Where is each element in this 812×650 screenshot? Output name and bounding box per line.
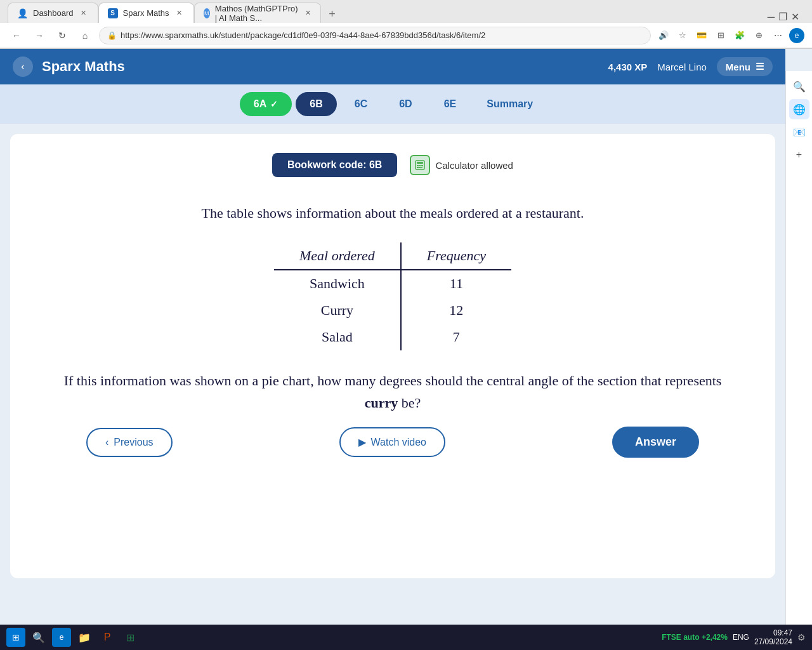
- tab-6d[interactable]: 6D: [385, 92, 426, 116]
- back-button[interactable]: ‹: [13, 56, 33, 77]
- sidebar-add-icon[interactable]: +: [789, 145, 809, 165]
- address-bar: ← → ↻ ⌂ 🔒 https://www.sparxmaths.uk/stud…: [0, 23, 812, 48]
- previous-label: Previous: [114, 437, 153, 448]
- table-cell-meal-0: Sandwich: [274, 270, 401, 297]
- search-taskbar-button[interactable]: 🔍: [29, 628, 48, 647]
- table-row: Curry 12: [274, 297, 511, 324]
- svg-rect-2: [417, 165, 419, 166]
- new-tab-button[interactable]: +: [324, 5, 341, 23]
- favorites-icon[interactable]: ☆: [675, 28, 690, 43]
- question-text-2-part1: If this information was shown on a pie c…: [64, 373, 722, 388]
- table-cell-meal-2: Salad: [274, 324, 401, 350]
- question-text-2-part2: be?: [398, 395, 421, 411]
- tab-summary[interactable]: Summary: [474, 93, 546, 115]
- tab-6b-label: 6B: [310, 98, 322, 109]
- tab-label-sparx: Sparx Maths: [123, 8, 169, 18]
- browser-downloads-icon[interactable]: ⊕: [751, 28, 766, 43]
- answer-button[interactable]: Answer: [612, 427, 699, 458]
- tab-sparx[interactable]: S Sparx Maths ✕: [98, 3, 194, 23]
- table-row: Sandwich 11: [274, 270, 511, 297]
- powerpoint-taskbar-icon[interactable]: P: [98, 628, 117, 647]
- table-row: Salad 7: [274, 324, 511, 350]
- main-content: ‹ Sparx Maths 4,430 XP Marcel Lino Menu …: [0, 49, 785, 578]
- excel-taskbar-icon[interactable]: ⊞: [121, 628, 140, 647]
- sidebar-outlook-icon[interactable]: 📧: [789, 122, 809, 142]
- close-button[interactable]: ✕: [791, 11, 799, 23]
- taskbar-settings-icon[interactable]: ⚙: [797, 632, 806, 642]
- read-aloud-icon[interactable]: 🔊: [656, 28, 671, 43]
- sidebar-search-icon[interactable]: 🔍: [789, 76, 809, 96]
- taskbar-left: ⊞ 🔍 e 📁 P ⊞: [6, 628, 140, 647]
- home-button[interactable]: ⌂: [76, 27, 94, 44]
- stock-ticker: FTSE auto +2,42%: [662, 633, 728, 642]
- calculator-badge: Calculator allowed: [410, 155, 513, 175]
- file-explorer-taskbar-icon[interactable]: 📁: [75, 628, 94, 647]
- menu-button[interactable]: Menu ☰: [717, 57, 773, 76]
- previous-button[interactable]: ‹ Previous: [86, 428, 173, 457]
- watch-video-button[interactable]: ▶ Watch video: [339, 427, 445, 457]
- task-tabs: 6A ✓ 6B 6C 6D 6E Summary: [0, 84, 785, 124]
- xp-badge: 4,430 XP: [608, 62, 648, 72]
- browser-extensions-icon[interactable]: 🧩: [732, 28, 747, 43]
- language-indicator: ENG: [733, 633, 749, 642]
- tab-6a-label: 6A: [254, 98, 266, 110]
- edge-taskbar-icon[interactable]: e: [52, 628, 71, 647]
- minimize-button[interactable]: ─: [768, 11, 775, 23]
- question-text-1: The table shows information about the me…: [48, 202, 737, 223]
- taskbar-time: 09:47 27/09/2024: [754, 628, 792, 646]
- browser-view-icon[interactable]: ⊞: [713, 28, 728, 43]
- sparx-title: Sparx Maths: [42, 58, 125, 75]
- tab-6d-label: 6D: [399, 98, 412, 109]
- question-text-2: If this information was shown on a pie c…: [48, 369, 737, 414]
- browser-more-icon[interactable]: ⋯: [770, 28, 785, 43]
- sidebar-edge-icon[interactable]: 🌐: [789, 99, 809, 119]
- browser-wallet-icon[interactable]: 💳: [694, 28, 709, 43]
- tab-mathos[interactable]: M Mathos (MathGPTPro) | AI Math S... ✕: [194, 3, 321, 23]
- question-container: Bookwork code: 6B Calculator allowed: [10, 134, 775, 578]
- tab-close-sparx[interactable]: ✕: [174, 8, 185, 18]
- bookwork-code: Bookwork code: 6B: [272, 153, 397, 177]
- table-cell-freq-0: 11: [401, 270, 511, 297]
- question-text-2-bold: curry: [365, 395, 398, 411]
- tab-dashboard[interactable]: 👤 Dashboard ✕: [8, 3, 98, 23]
- browser-sidebar: 🔍 🌐 📧 + ⚙: [785, 71, 812, 650]
- tab-summary-label: Summary: [487, 98, 533, 109]
- table-cell-freq-2: 7: [401, 324, 511, 350]
- tab-bar: 👤 Dashboard ✕ S Sparx Maths ✕ M Mathos (…: [0, 0, 812, 23]
- back-nav-button[interactable]: ←: [8, 27, 25, 44]
- table-cell-meal-1: Curry: [274, 297, 401, 324]
- menu-label: Menu: [726, 62, 750, 72]
- url-input[interactable]: 🔒 https://www.sparxmaths.uk/student/pack…: [99, 27, 651, 44]
- stock-change: +2,42%: [702, 633, 728, 642]
- tab-6c[interactable]: 6C: [341, 92, 381, 116]
- reload-button[interactable]: ↻: [53, 27, 71, 44]
- hamburger-icon: ☰: [756, 61, 764, 72]
- tab-favicon-sparx: S: [108, 8, 118, 18]
- url-text: https://www.sparxmaths.uk/student/packag…: [121, 30, 485, 40]
- table-header-meal: Meal ordered: [274, 242, 401, 270]
- tab-label-mathos: Mathos (MathGPTPro) | AI Math S...: [215, 4, 300, 23]
- forward-nav-button[interactable]: →: [30, 27, 48, 44]
- start-button[interactable]: ⊞: [6, 628, 25, 647]
- svg-rect-6: [419, 167, 421, 168]
- tab-6b[interactable]: 6B: [296, 92, 336, 116]
- tab-close-dashboard[interactable]: ✕: [79, 8, 89, 18]
- tab-6e-label: 6E: [444, 98, 457, 109]
- user-name: Marcel Lino: [657, 62, 707, 72]
- tab-close-mathos[interactable]: ✕: [304, 8, 311, 18]
- date-display: 27/09/2024: [754, 637, 792, 646]
- tab-label-dashboard: Dashboard: [33, 8, 74, 18]
- browser-chrome: 👤 Dashboard ✕ S Sparx Maths ✕ M Mathos (…: [0, 0, 812, 49]
- maximize-button[interactable]: ❐: [778, 11, 787, 23]
- time-display: 09:47: [754, 628, 792, 637]
- tab-6e[interactable]: 6E: [430, 92, 471, 116]
- tab-6c-label: 6C: [355, 98, 367, 109]
- taskbar: ⊞ 🔍 e 📁 P ⊞ FTSE auto +2,42% ENG 09:47 2…: [0, 625, 812, 650]
- check-icon-6a: ✓: [270, 99, 278, 109]
- tab-favicon-mathos: M: [204, 8, 210, 18]
- tab-6a[interactable]: 6A ✓: [240, 92, 292, 116]
- watch-video-label: Watch video: [371, 437, 426, 448]
- header-right: 4,430 XP Marcel Lino Menu ☰: [608, 57, 773, 76]
- meal-table: Meal ordered Frequency Sandwich 11 Curry…: [274, 242, 511, 350]
- edge-icon: e: [789, 28, 804, 43]
